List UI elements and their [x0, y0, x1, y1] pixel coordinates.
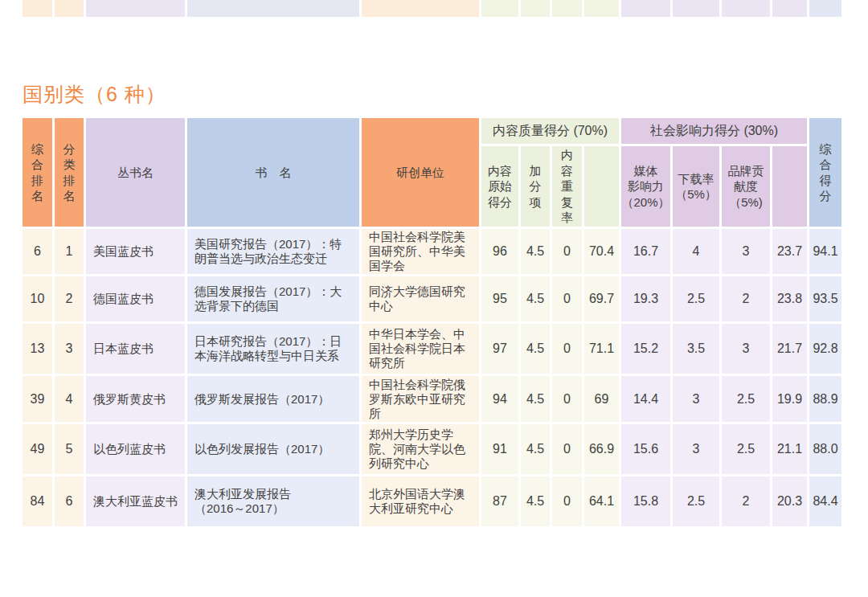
sliver-cell: [362, 0, 479, 17]
cell-book-name: 澳大利亚发展报告 （2016～2017）: [187, 476, 359, 526]
cell-series-name: 俄罗斯黄皮书: [86, 376, 185, 422]
sliver-cell: [187, 0, 359, 17]
previous-table-row-fragment: [23, 0, 841, 17]
cell-content-subtotal: 69.7: [584, 276, 619, 321]
cell-content-original: 87: [481, 476, 518, 526]
cell-bonus: 4.5: [521, 476, 550, 526]
header-content-quality-subtotal: [584, 146, 619, 227]
cell-overall-rank: 13: [23, 324, 52, 374]
cell-bonus: 4.5: [521, 324, 550, 374]
header-overall-rank: 综 合 排 名: [23, 118, 52, 227]
cell-download-rate: 4: [673, 229, 719, 274]
cell-duplication: 0: [552, 376, 582, 422]
cell-social-subtotal: 21.1: [772, 424, 807, 474]
sliver-cell: [552, 0, 582, 17]
header-book-name: 书 名: [187, 118, 359, 227]
sliver-cell: [86, 0, 185, 17]
header-bonus: 加 分 项: [521, 146, 550, 227]
cell-overall-rank: 39: [23, 376, 52, 422]
cell-category-rank: 2: [55, 276, 84, 321]
cell-overall-score: 88.0: [809, 424, 841, 474]
header-overall-score: 综 合 得 分: [809, 118, 841, 227]
header-social-subtotal: [772, 146, 807, 227]
cell-download-rate: 3: [673, 424, 719, 474]
cell-research-unit: 郑州大学历史学院、河南大学以色列研究中心: [362, 424, 479, 474]
cell-overall-rank: 84: [23, 476, 52, 526]
cell-content-original: 91: [481, 424, 518, 474]
cell-series-name: 澳大利亚蓝皮书: [86, 476, 185, 526]
cell-content-subtotal: 70.4: [584, 229, 619, 274]
cell-media-influence: 19.3: [621, 276, 670, 321]
cell-brand-contribution: 2: [722, 276, 770, 321]
cell-overall-score: 93.5: [809, 276, 841, 321]
cell-book-name: 以色列发展报告（2017）: [187, 424, 359, 474]
sliver-cell: [809, 0, 841, 17]
cell-overall-score: 92.8: [809, 324, 841, 374]
cell-overall-rank: 6: [23, 229, 52, 274]
cell-download-rate: 2.5: [673, 476, 719, 526]
cell-category-rank: 6: [55, 476, 84, 526]
header-group-social-influence: 社会影响力得分 (30%): [621, 118, 807, 144]
cell-content-subtotal: 69: [584, 376, 619, 422]
cell-duplication: 0: [552, 276, 582, 321]
cell-social-subtotal: 21.7: [772, 324, 807, 374]
cell-brand-contribution: 2: [722, 476, 770, 526]
header-group-content-quality: 内容质量得分 (70%): [481, 118, 619, 144]
cell-duplication: 0: [552, 424, 582, 474]
cell-category-rank: 1: [55, 229, 84, 274]
header-category-rank: 分 类 排 名: [55, 118, 84, 227]
cell-duplication: 0: [552, 476, 582, 526]
sliver-cell: [521, 0, 550, 17]
header-download-rate: 下载率 （5%）: [673, 146, 719, 227]
sliver-cell: [621, 0, 670, 17]
cell-series-name: 美国蓝皮书: [86, 229, 185, 274]
cell-overall-rank: 49: [23, 424, 52, 474]
cell-overall-rank: 10: [23, 276, 52, 321]
cell-download-rate: 2.5: [673, 276, 719, 321]
cell-series-name: 德国蓝皮书: [86, 276, 185, 321]
cell-media-influence: 15.8: [621, 476, 670, 526]
cell-content-original: 96: [481, 229, 518, 274]
cell-brand-contribution: 3: [722, 229, 770, 274]
cell-content-original: 97: [481, 324, 518, 374]
cell-brand-contribution: 2.5: [722, 376, 770, 422]
cell-overall-score: 84.4: [809, 476, 841, 526]
cell-research-unit: 中国社会科学院俄罗斯东欧中亚研究所: [362, 376, 479, 422]
cell-media-influence: 15.6: [621, 424, 670, 474]
cell-overall-score: 94.1: [809, 229, 841, 274]
cell-category-rank: 5: [55, 424, 84, 474]
cell-series-name: 日本蓝皮书: [86, 324, 185, 374]
header-media-influence: 媒体 影响力 （20%）: [621, 146, 670, 227]
cell-research-unit: 中国社会科学院美国研究所、中华美国学会: [362, 229, 479, 274]
cell-duplication: 0: [552, 324, 582, 374]
cell-bonus: 4.5: [521, 424, 550, 474]
cell-brand-contribution: 3: [722, 324, 770, 374]
header-brand-contribution: 品牌贡 献度 （5%): [722, 146, 770, 227]
cell-media-influence: 14.4: [621, 376, 670, 422]
cell-social-subtotal: 23.7: [772, 229, 807, 274]
cell-research-unit: 北京外国语大学澳大利亚研究中心: [362, 476, 479, 526]
sliver-cell: [772, 0, 807, 17]
cell-research-unit: 中华日本学会、中国社会科学院日本研究所: [362, 324, 479, 374]
sliver-cell: [673, 0, 719, 17]
cell-social-subtotal: 20.3: [772, 476, 807, 526]
cell-brand-contribution: 2.5: [722, 424, 770, 474]
cell-download-rate: 3.5: [673, 324, 719, 374]
cell-content-original: 94: [481, 376, 518, 422]
cell-content-subtotal: 64.1: [584, 476, 619, 526]
header-content-duplication-rate: 内 容 重 复 率: [552, 146, 582, 227]
sliver-cell: [584, 0, 619, 17]
sliver-cell: [481, 0, 518, 17]
ranking-table: 综 合 排 名 分 类 排 名 丛书名 书 名 研创单位 内容质量得分 (70%…: [23, 118, 841, 526]
cell-bonus: 4.5: [521, 229, 550, 274]
cell-media-influence: 16.7: [621, 229, 670, 274]
cell-content-subtotal: 71.1: [584, 324, 619, 374]
cell-series-name: 以色列蓝皮书: [86, 424, 185, 474]
sliver-cell: [55, 0, 84, 17]
cell-media-influence: 15.2: [621, 324, 670, 374]
cell-book-name: 美国研究报告（2017）：特朗普当选与政治生态变迁: [187, 229, 359, 274]
cell-overall-score: 88.9: [809, 376, 841, 422]
cell-bonus: 4.5: [521, 376, 550, 422]
cell-book-name: 德国发展报告（2017）：大选背景下的德国: [187, 276, 359, 321]
sliver-cell: [722, 0, 770, 17]
